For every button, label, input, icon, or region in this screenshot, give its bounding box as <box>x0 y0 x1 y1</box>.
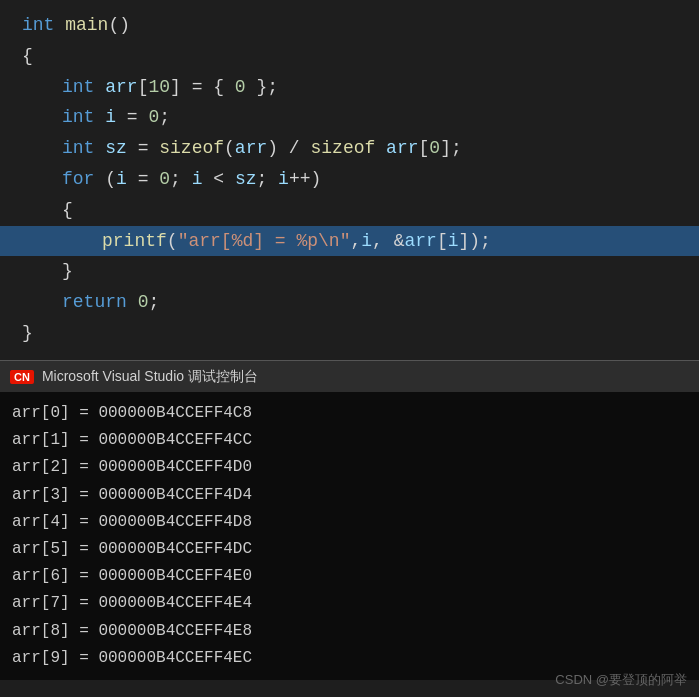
console-line-7: arr[7] = 000000B4CCEFF4E4 <box>12 590 687 617</box>
console-icon: CN <box>10 370 34 384</box>
console-line-2: arr[2] = 000000B4CCEFF4D0 <box>12 454 687 481</box>
console-section: CN Microsoft Visual Studio 调试控制台 arr[0] … <box>0 360 699 697</box>
code-line-close-brace-2: } <box>0 256 699 287</box>
code-line-return: return 0; <box>0 287 699 318</box>
console-line-9: arr[9] = 000000B4CCEFF4EC <box>12 645 687 672</box>
console-title: Microsoft Visual Studio 调试控制台 <box>42 368 258 386</box>
keyword-int: int <box>22 11 54 40</box>
console-line-1: arr[1] = 000000B4CCEFF4CC <box>12 427 687 454</box>
code-line-i-decl: int i = 0; <box>0 102 699 133</box>
code-line-open-brace-2: { <box>0 195 699 226</box>
code-line-arr-decl: int arr[10] = { 0 }; <box>0 72 699 103</box>
console-output[interactable]: arr[0] = 000000B4CCEFF4C8 arr[1] = 00000… <box>0 392 699 680</box>
code-line-main-sig: int main() <box>0 10 699 41</box>
console-line-6: arr[6] = 000000B4CCEFF4E0 <box>12 563 687 590</box>
code-editor: int main() { int arr[10] = { 0 }; int i … <box>0 0 699 360</box>
console-line-3: arr[3] = 000000B4CCEFF4D4 <box>12 482 687 509</box>
console-line-4: arr[4] = 000000B4CCEFF4D8 <box>12 509 687 536</box>
console-line-5: arr[5] = 000000B4CCEFF4DC <box>12 536 687 563</box>
console-line-8: arr[8] = 000000B4CCEFF4E8 <box>12 618 687 645</box>
console-header: CN Microsoft Visual Studio 调试控制台 <box>0 360 699 392</box>
console-line-0: arr[0] = 000000B4CCEFF4C8 <box>12 400 687 427</box>
code-line-sz-decl: int sz = sizeof(arr) / sizeof arr[0]; <box>0 133 699 164</box>
code-line-printf: printf("arr[%d] = %p\n",i, &arr[i]); <box>0 226 699 257</box>
fn-main: main <box>65 11 108 40</box>
code-line-close-brace-1: } <box>0 318 699 349</box>
code-line-for: for (i = 0; i < sz; i++) <box>0 164 699 195</box>
code-line-open-brace-1: { <box>0 41 699 72</box>
watermark: CSDN @要登顶的阿举 <box>555 671 687 689</box>
